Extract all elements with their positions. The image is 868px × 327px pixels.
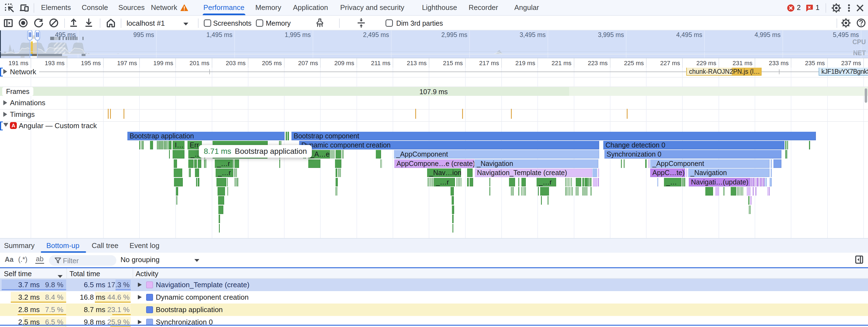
flame-bar[interactable] — [565, 187, 566, 195]
network-expand-icon[interactable] — [3, 69, 7, 74]
flame-bar-r[interactable]: _…r — [215, 159, 233, 168]
overview-handle-left[interactable] — [28, 30, 32, 40]
close-devtools-icon[interactable] — [856, 4, 864, 12]
flame-bar-navigati-update[interactable]: Navigati…(update) — [689, 178, 750, 186]
flame-bar[interactable] — [451, 187, 454, 195]
flame-bar[interactable] — [287, 132, 289, 140]
col-activity[interactable]: Activity — [136, 270, 158, 278]
flame-bar[interactable] — [743, 187, 743, 195]
flame-bar[interactable] — [382, 159, 382, 168]
flame-bar[interactable] — [512, 187, 513, 195]
flame-bar[interactable] — [176, 196, 177, 205]
flame-bar[interactable] — [538, 187, 539, 195]
flame-bar[interactable] — [336, 168, 337, 177]
flame-bar[interactable] — [234, 168, 235, 177]
flame-bar[interactable] — [189, 168, 190, 177]
flame-bar[interactable] — [158, 141, 159, 149]
flame-bar[interactable] — [715, 187, 719, 195]
flame-bar[interactable] — [432, 178, 432, 186]
flame-bar[interactable] — [429, 178, 429, 186]
flame-bar[interactable] — [511, 187, 512, 195]
flame-bar[interactable] — [753, 187, 753, 195]
flame-bar[interactable] — [786, 150, 787, 159]
tab-performance[interactable]: Performance — [204, 0, 245, 15]
flame-bar[interactable] — [737, 187, 738, 195]
flame-bar[interactable] — [343, 150, 344, 159]
flame-bar[interactable] — [752, 178, 754, 186]
flame-bar[interactable] — [518, 178, 519, 186]
collapse-icon[interactable] — [356, 18, 366, 28]
timings-track-label[interactable]: Timings — [10, 110, 35, 119]
flame-bar[interactable] — [751, 178, 752, 186]
download-profile-icon[interactable] — [84, 18, 93, 28]
flame-bar[interactable] — [518, 187, 519, 195]
tab-network[interactable]: Network — [151, 0, 188, 15]
flame-bar[interactable] — [219, 224, 220, 233]
flame-bar[interactable] — [582, 178, 584, 186]
flame-bar-r[interactable]: _…r — [216, 168, 233, 177]
match-case-icon[interactable]: Aa — [5, 255, 13, 264]
flame-bar[interactable] — [747, 187, 750, 195]
flame-bar[interactable] — [740, 187, 740, 195]
flame-bar[interactable] — [380, 159, 381, 168]
flame-bar[interactable] — [470, 178, 473, 186]
flame-bar[interactable] — [234, 159, 234, 168]
flame-bar[interactable] — [204, 159, 205, 168]
flame-bar[interactable] — [489, 178, 490, 186]
flame-bar[interactable] — [338, 168, 339, 177]
flame-bar[interactable] — [770, 178, 772, 186]
flame-bar[interactable] — [198, 159, 201, 168]
upload-profile-icon[interactable] — [69, 18, 78, 28]
flame-bar[interactable] — [541, 196, 542, 205]
flame-bar[interactable] — [723, 187, 724, 195]
flame-bar[interactable] — [591, 187, 591, 195]
flame-bar[interactable] — [236, 178, 236, 186]
flame-bar[interactable] — [467, 178, 469, 186]
flame-bar[interactable] — [238, 178, 238, 186]
flame-bar[interactable] — [218, 206, 223, 214]
flame-bar[interactable] — [453, 224, 453, 233]
animations-expand-icon[interactable] — [3, 100, 7, 105]
flame-bar[interactable] — [567, 178, 567, 186]
network-request-kjf[interactable]: kJF1BvYX7BgnkS — [819, 68, 868, 76]
flame-bar[interactable] — [766, 178, 767, 186]
home-icon[interactable] — [106, 18, 116, 28]
dim-3rd-parties-checkbox[interactable] — [385, 19, 393, 27]
overview-minimap[interactable]: CPU NET — [0, 30, 868, 58]
flame-bar[interactable] — [169, 150, 170, 159]
flame-bar[interactable] — [194, 159, 197, 168]
flame-bar[interactable] — [756, 178, 756, 186]
flame-bar[interactable] — [568, 187, 568, 195]
screenshots-checkbox[interactable] — [204, 19, 211, 27]
flame-bar[interactable] — [452, 196, 454, 205]
flame-bar[interactable] — [757, 178, 758, 186]
flame-bar[interactable] — [540, 187, 549, 195]
flame-bar[interactable] — [586, 187, 586, 195]
frames-track-band[interactable] — [0, 87, 569, 96]
drawer-tab-summary[interactable]: Summary — [4, 239, 34, 253]
flame-bar[interactable] — [174, 168, 182, 177]
flame-bar[interactable] — [585, 178, 588, 186]
flame-bar[interactable] — [570, 178, 570, 186]
flame-bar[interactable] — [759, 178, 760, 186]
grouping-select[interactable]: No grouping — [121, 255, 160, 264]
flame-bar[interactable] — [332, 150, 332, 159]
flame-bar[interactable] — [525, 187, 526, 195]
session-select[interactable]: localhost #1 — [127, 19, 165, 28]
flame-bar[interactable] — [162, 141, 162, 149]
flame-bar[interactable] — [566, 187, 567, 195]
flame-bar[interactable] — [236, 168, 237, 177]
flame-bar[interactable] — [509, 178, 515, 186]
flame-bar[interactable] — [177, 196, 178, 205]
row-expander-icon[interactable] — [138, 295, 142, 299]
flame-bar[interactable] — [142, 141, 143, 149]
flame-bar[interactable] — [489, 187, 490, 195]
flame-bar[interactable] — [582, 187, 583, 195]
flame-bar[interactable] — [157, 141, 158, 149]
row-expander-icon[interactable] — [138, 320, 142, 324]
flame-bar[interactable] — [159, 141, 160, 149]
flame-bar[interactable] — [160, 141, 161, 149]
flame-bar[interactable] — [809, 141, 810, 149]
flame-bar[interactable] — [195, 168, 199, 177]
flame-bar[interactable] — [219, 215, 220, 223]
